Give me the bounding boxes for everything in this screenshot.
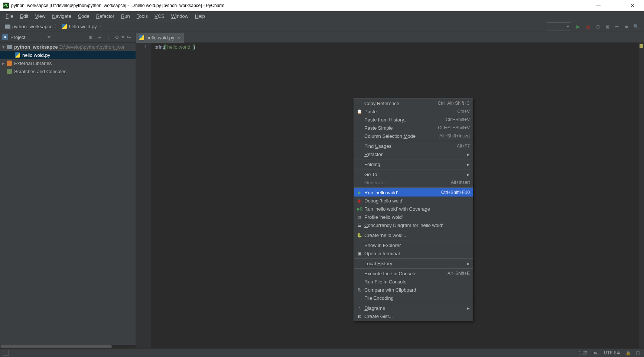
menu-separator bbox=[354, 141, 473, 141]
main-content: ■ Project ⊕ ⇥ | ⚙ ↦ ▾python_worksapce D:… bbox=[0, 32, 644, 348]
context-menu-item[interactable]: 📋PasteCtrl+V bbox=[354, 107, 473, 116]
context-menu-item[interactable]: Show in Explorer bbox=[354, 241, 473, 249]
menu-item-icon: ☰ bbox=[356, 223, 363, 228]
menu-navigate[interactable]: Navigate bbox=[49, 12, 74, 20]
memory-indicator-icon[interactable]: ◳ bbox=[636, 350, 641, 356]
scratch-icon bbox=[7, 69, 12, 74]
menu-file[interactable]: File bbox=[2, 12, 17, 20]
menu-item-label: Paste Simple bbox=[364, 125, 438, 131]
context-menu-item[interactable]: Go To▸ bbox=[354, 170, 473, 178]
context-menu-item[interactable]: ◷Profile 'hello wold' bbox=[354, 213, 473, 221]
menu-item-icon: ⛬ bbox=[356, 306, 363, 310]
context-menu-item[interactable]: Copy ReferenceCtrl+Alt+Shift+C bbox=[354, 99, 473, 107]
hide-tool-window-icon[interactable]: ↦ bbox=[126, 34, 132, 40]
context-menu-item[interactable]: Folding▸ bbox=[354, 160, 473, 168]
menu-run[interactable]: Run bbox=[118, 12, 133, 20]
menu-item-label: Refactor bbox=[364, 152, 465, 157]
chevron-down-icon[interactable] bbox=[121, 36, 124, 38]
editor-tab[interactable]: hello wold.py × bbox=[136, 33, 184, 43]
search-everywhere-icon[interactable]: 🔍 bbox=[632, 22, 640, 30]
menu-tools[interactable]: Tools bbox=[133, 12, 151, 20]
context-menu-item[interactable]: ⛬Diagrams▸ bbox=[354, 304, 473, 312]
menu-help[interactable]: Help bbox=[192, 12, 208, 20]
context-menu-item[interactable]: 🐍Create 'hello wold'... bbox=[354, 231, 473, 239]
context-menu-item[interactable]: ◐Create Gist... bbox=[354, 312, 473, 320]
menu-refactor[interactable]: Refactor bbox=[93, 12, 118, 20]
window-titlebar: PC python_worksapce [D:\develop\python\p… bbox=[0, 0, 644, 11]
menu-item-label: Run 'hello wold' bbox=[364, 190, 441, 195]
locate-icon[interactable]: ⊕ bbox=[87, 34, 94, 40]
project-tool-title: Project bbox=[10, 35, 46, 40]
window-minimize-button[interactable]: — bbox=[590, 0, 607, 11]
stop-button-icon[interactable]: ■ bbox=[622, 22, 631, 30]
project-tool-header: ■ Project ⊕ ⇥ | ⚙ ↦ bbox=[0, 32, 136, 43]
window-close-button[interactable]: ✕ bbox=[624, 0, 641, 11]
context-menu-item[interactable]: ☰Concurrency Diagram for 'hello wold' bbox=[354, 221, 473, 229]
chevron-down-icon[interactable]: ▾ bbox=[2, 44, 6, 50]
chevron-down-icon[interactable] bbox=[48, 36, 51, 38]
context-menu-item[interactable]: ▶Run 'hello wold'Ctrl+Shift+F10 bbox=[354, 188, 473, 197]
menu-edit[interactable]: Edit bbox=[17, 12, 32, 20]
file-encoding[interactable]: UTF-8≑ bbox=[604, 350, 620, 356]
menu-item-label: Generate... bbox=[364, 180, 451, 185]
menu-item-label: Paste bbox=[364, 109, 457, 114]
context-menu-item[interactable]: Run File in Console bbox=[354, 278, 473, 286]
menu-view[interactable]: View bbox=[32, 12, 49, 20]
coverage-button-icon[interactable]: ◷ bbox=[593, 22, 602, 30]
insert-mode[interactable]: n/a bbox=[592, 350, 599, 356]
menu-item-icon: ◐ bbox=[356, 314, 363, 319]
editor-context-menu[interactable]: Copy ReferenceCtrl+Alt+Shift+C📋PasteCtrl… bbox=[354, 98, 473, 321]
window-maximize-button[interactable]: ☐ bbox=[607, 0, 624, 11]
context-menu-item[interactable]: Execute Line in ConsoleAlt+Shift+E bbox=[354, 269, 473, 278]
debug-button-icon[interactable]: 🐞 bbox=[584, 22, 592, 30]
breadcrumb-file[interactable]: hello wold.py bbox=[59, 23, 99, 30]
tree-node-python[interactable]: hello wold.py bbox=[0, 51, 136, 59]
horizontal-scrollbar[interactable] bbox=[0, 345, 136, 348]
submenu-arrow-icon: ▸ bbox=[467, 261, 470, 266]
collapse-all-icon[interactable]: ⇥ bbox=[96, 34, 103, 40]
folder-icon bbox=[7, 45, 12, 49]
readonly-lock-icon[interactable]: 🔒 bbox=[625, 350, 631, 356]
menu-item-shortcut: Alt+Insert bbox=[451, 180, 470, 185]
layout-button-icon[interactable]: ☰ bbox=[613, 22, 621, 30]
menu-item-label: Compare with Clipboard bbox=[364, 287, 470, 293]
tree-node-scratch[interactable]: Scratches and Consoles bbox=[0, 67, 136, 75]
tree-node-folder[interactable]: ▾python_worksapce D:\develop\python\pyth… bbox=[0, 43, 136, 51]
run-button-icon[interactable]: ▶ bbox=[574, 22, 582, 30]
run-configuration-selector[interactable] bbox=[546, 22, 571, 30]
chevron-right-icon[interactable]: ▸ bbox=[2, 61, 6, 66]
menu-item-label: Diagrams bbox=[364, 305, 465, 311]
context-menu-item[interactable]: 🐞Debug 'hello wold' bbox=[354, 197, 473, 205]
context-menu-item[interactable]: Find UsagesAlt+F7 bbox=[354, 142, 473, 150]
menu-vcs[interactable]: VCS bbox=[151, 12, 168, 20]
menu-window[interactable]: Window bbox=[168, 12, 192, 20]
menu-item-label: Execute Line in Console bbox=[364, 271, 448, 276]
context-menu-item[interactable]: Paste SimpleCtrl+Alt+Shift+V bbox=[354, 124, 473, 132]
settings-gear-icon[interactable]: ⚙ bbox=[114, 34, 120, 40]
context-menu-item[interactable]: Local History▸ bbox=[354, 259, 473, 267]
code-identifier: print bbox=[155, 44, 164, 50]
menu-item-icon: ◷ bbox=[356, 215, 363, 220]
menu-code[interactable]: Code bbox=[75, 12, 93, 20]
context-menu-item[interactable]: ▣Open in terminal bbox=[354, 249, 473, 257]
error-stripe[interactable] bbox=[639, 43, 644, 348]
close-tab-icon[interactable]: × bbox=[176, 35, 181, 40]
menu-item-icon: ⎘ bbox=[356, 288, 363, 292]
tree-node-lib[interactable]: ▸External Libraries bbox=[0, 59, 136, 67]
folder-icon bbox=[5, 25, 10, 29]
context-menu-item[interactable]: ▶⎘Run 'hello wold' with Coverage bbox=[354, 205, 473, 213]
warning-marker-icon[interactable] bbox=[640, 44, 643, 48]
cursor-position[interactable]: 1:22 bbox=[579, 350, 587, 356]
context-menu-item[interactable]: ⎘Compare with Clipboard bbox=[354, 286, 473, 294]
context-menu-item[interactable]: Refactor▸ bbox=[354, 150, 473, 158]
event-log-icon[interactable] bbox=[3, 350, 9, 356]
menu-item-icon: ▣ bbox=[356, 251, 363, 256]
profile-button-icon[interactable]: ◉ bbox=[603, 22, 611, 30]
context-menu-item[interactable]: File Encoding bbox=[354, 294, 473, 302]
context-menu-item[interactable]: Paste from History...Ctrl+Shift+V bbox=[354, 116, 473, 124]
menu-item-icon: 🐞 bbox=[356, 198, 363, 203]
project-tree[interactable]: ▾python_worksapce D:\develop\python\pyth… bbox=[0, 43, 136, 345]
scrollbar-thumb[interactable] bbox=[0, 345, 112, 348]
breadcrumb-project[interactable]: python_worksapce bbox=[3, 23, 55, 30]
context-menu-item[interactable]: Column Selection ModeAlt+Shift+Insert bbox=[354, 132, 473, 140]
